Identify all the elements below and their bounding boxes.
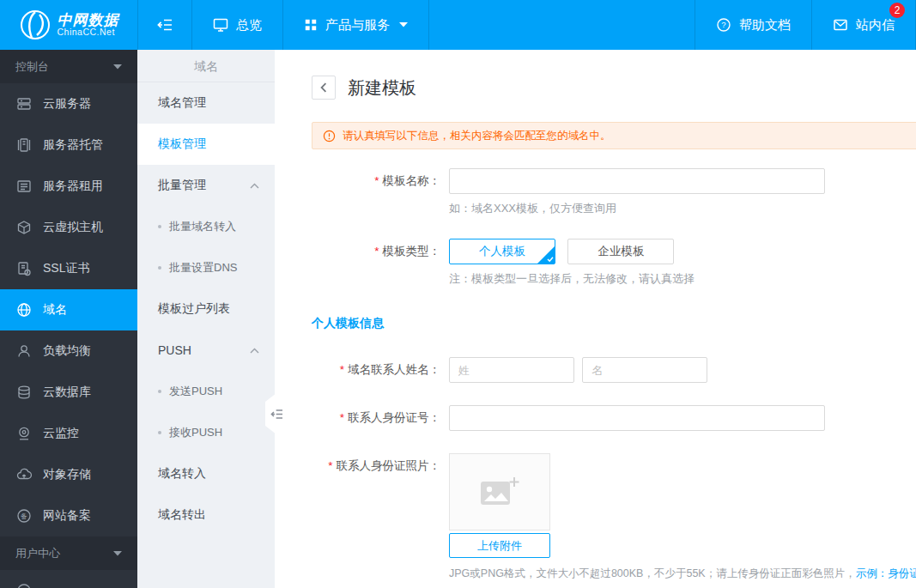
menu-fold-icon — [270, 409, 283, 420]
new-template-form: *模板名称： 如：域名XXX模板，仅方便查询用 *模板类型： 个人模板 — [312, 168, 916, 581]
menu-fold-icon — [157, 18, 173, 32]
template-name-hint: 如：域名XXX模板，仅方便查询用 — [449, 201, 916, 216]
back-button[interactable] — [312, 76, 336, 100]
sidebar-item-website-filing[interactable]: 备 网站备案 — [0, 495, 137, 536]
nav-messages-label: 站内信 — [856, 17, 895, 33]
upload-attachment-button[interactable]: 上传附件 — [449, 533, 550, 558]
submenu-item-label: PUSH — [158, 343, 191, 357]
page-layout: 控制台 云服务器 服务器托管 — [0, 50, 916, 588]
sidebar-item-server-hosting[interactable]: 服务器托管 — [0, 124, 137, 166]
submenu-item-label: 批量管理 — [158, 178, 206, 193]
submenu-item-send-push[interactable]: 发送PUSH — [137, 371, 275, 412]
template-type-personal-button[interactable]: 个人模板 — [449, 239, 555, 264]
sidebar-item-cloud-server[interactable]: 云服务器 — [0, 83, 137, 124]
first-name-input[interactable] — [582, 357, 707, 383]
menu-fold-button[interactable] — [138, 0, 191, 50]
notice-banner: 请认真填写以下信息，相关内容将会匹配至您的域名中。 — [312, 122, 916, 149]
sidebar-item-label: 网站备案 — [43, 508, 91, 524]
submenu-item-template-management[interactable]: 模板管理 — [137, 124, 275, 165]
brand-logo[interactable]: 中网数据 ChinaCC.Net — [0, 0, 137, 50]
domain-icon — [16, 302, 32, 318]
submenu-item-domain-management[interactable]: 域名管理 — [137, 82, 275, 124]
secondary-sidebar: 域名 域名管理 模板管理 批量管理 批量域名转入 批量设置DNS 模板过户列表 … — [137, 50, 275, 588]
last-name-input[interactable] — [449, 357, 574, 383]
submenu-group-batch-management[interactable]: 批量管理 — [137, 165, 275, 206]
cloud-server-icon — [16, 96, 32, 112]
sidebar-item-partial[interactable] — [0, 570, 137, 588]
sidebar-item-label: 负载均衡 — [43, 343, 91, 359]
upload-button-label: 上传附件 — [477, 538, 522, 554]
brand-emblem-icon — [19, 9, 52, 41]
help-icon: ? — [716, 17, 731, 33]
svg-text:备: 备 — [21, 512, 27, 520]
nav-products-label: 产品与服务 — [325, 17, 390, 33]
submenu-item-label: 模板过户列表 — [158, 301, 230, 317]
user-center-group-label: 用户中心 — [15, 546, 60, 561]
template-name-label: *模板名称： — [312, 168, 440, 194]
submenu-item-label: 发送PUSH — [169, 384, 222, 399]
id-number-input[interactable] — [449, 405, 825, 431]
template-name-input[interactable] — [449, 168, 825, 194]
server-rental-icon — [16, 179, 32, 194]
sidebar-item-object-storage[interactable]: 对象存储 — [0, 454, 137, 495]
submenu-item-domain-transfer-in[interactable]: 域名转入 — [137, 453, 275, 494]
id-photo-label: *联系人身份证照片： — [312, 453, 440, 558]
submenu-item-label: 域名转出 — [158, 507, 206, 523]
template-type-enterprise-label: 企业模板 — [598, 245, 644, 258]
sidebar-group-console[interactable]: 控制台 — [0, 50, 137, 83]
required-mark: * — [340, 411, 344, 424]
submenu-item-batch-domain-transfer-in[interactable]: 批量域名转入 — [137, 206, 275, 247]
sidebar-item-label: 云虚拟主机 — [43, 220, 103, 235]
cloud-monitor-icon — [16, 426, 32, 441]
required-mark: * — [328, 459, 332, 472]
notice-text: 请认真填写以下信息，相关内容将会匹配至您的域名中。 — [343, 129, 611, 143]
website-filing-icon: 备 — [16, 508, 32, 524]
id-photo-example-link[interactable]: 示例：身份证正面 — [856, 567, 916, 579]
sidebar-item-virtual-host[interactable]: 云虚拟主机 — [0, 207, 137, 248]
object-storage-icon — [16, 467, 32, 482]
submenu-item-label: 域名管理 — [158, 95, 206, 111]
id-photo-hint-text: JPG或PNG格式，文件大小不超过800KB，不少于55K；请上传身份证正面彩色… — [449, 567, 856, 579]
submenu-item-batch-set-dns[interactable]: 批量设置DNS — [137, 247, 275, 288]
chevron-down-icon — [113, 551, 122, 556]
sidebar-item-cloud-monitor[interactable]: 云监控 — [0, 413, 137, 454]
sidebar-item-ssl[interactable]: SSL证书 — [0, 248, 137, 289]
grid-icon — [304, 18, 318, 32]
page-title: 新建模板 — [348, 76, 416, 100]
sidebar-item-load-balancer[interactable]: 负载均衡 — [0, 330, 137, 372]
submenu-group-push[interactable]: PUSH — [137, 330, 275, 371]
primary-sidebar: 控制台 云服务器 服务器托管 — [0, 50, 137, 588]
id-photo-upload-area[interactable] — [449, 453, 550, 530]
sidebar-item-domain[interactable]: 域名 — [0, 289, 137, 330]
nav-overview[interactable]: 总览 — [192, 0, 282, 50]
submenu-item-receive-push[interactable]: 接收PUSH — [137, 412, 275, 453]
nav-messages[interactable]: 站内信 2 — [812, 0, 915, 50]
sidebar-item-label: SSL证书 — [43, 261, 89, 276]
template-type-hint: 注：模板类型一旦选择后，无法修改，请认真选择 — [449, 271, 916, 287]
chevron-up-icon — [250, 348, 259, 354]
top-bar: 中网数据 ChinaCC.Net 总览 产品与服务 — [0, 0, 916, 50]
sidebar-item-server-rental[interactable]: 服务器租用 — [0, 166, 137, 207]
sidebar-item-label: 云服务器 — [43, 96, 91, 112]
sidebar-item-label: 域名 — [43, 302, 67, 318]
topbar-spacer — [429, 0, 695, 50]
template-type-personal-label: 个人模板 — [479, 245, 525, 258]
ssl-certificate-icon — [16, 261, 32, 276]
warning-icon — [323, 130, 336, 142]
personal-template-section-title: 个人模板信息 — [312, 316, 916, 331]
load-balancer-icon — [16, 343, 32, 359]
submenu-item-template-transfer-list[interactable]: 模板过户列表 — [137, 288, 275, 330]
nav-products[interactable]: 产品与服务 — [283, 0, 428, 50]
nav-help-docs[interactable]: ? 帮助文档 — [695, 0, 811, 50]
server-hosting-icon — [16, 137, 32, 153]
sidebar-group-user-center[interactable]: 用户中心 — [0, 536, 137, 570]
id-number-label: *联系人身份证号： — [312, 405, 440, 431]
submenu-collapse-handle[interactable] — [265, 393, 288, 434]
sidebar-item-cloud-database[interactable]: 云数据库 — [0, 372, 137, 413]
submenu-item-domain-transfer-out[interactable]: 域名转出 — [137, 494, 275, 536]
submenu-header: 域名 — [137, 50, 275, 82]
image-placeholder-icon — [479, 476, 520, 508]
template-type-enterprise-button[interactable]: 企业模板 — [567, 239, 674, 264]
required-mark: * — [374, 245, 379, 258]
monitor-icon — [213, 17, 228, 33]
